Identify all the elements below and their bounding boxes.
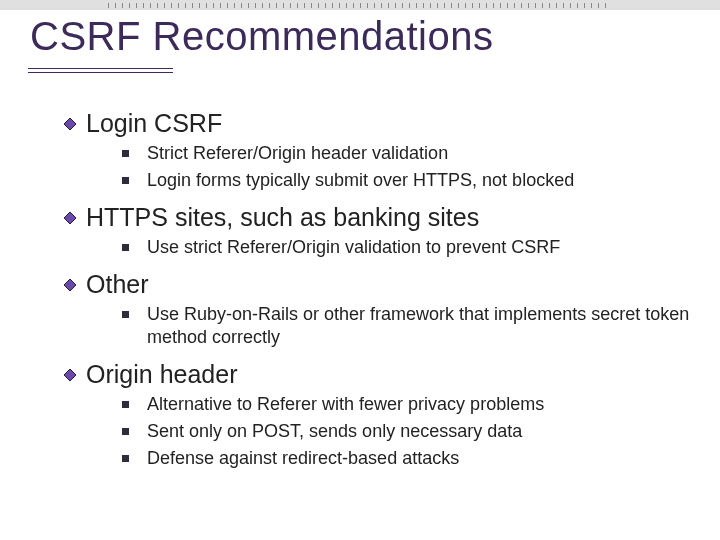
section-heading: Origin header	[86, 360, 237, 389]
bullet-level2: Alternative to Referer with fewer privac…	[122, 393, 690, 416]
bullet-level2: Login forms typically submit over HTTPS,…	[122, 169, 690, 192]
square-icon	[122, 177, 129, 184]
square-icon	[122, 244, 129, 251]
bullet-level1: HTTPS sites, such as banking sites	[64, 203, 690, 232]
diamond-icon	[64, 279, 76, 291]
diamond-icon	[64, 118, 76, 130]
bullet-text: Alternative to Referer with fewer privac…	[147, 393, 544, 416]
bullet-level2: Use Ruby-on-Rails or other framework tha…	[122, 303, 690, 349]
bullet-text: Use strict Referer/Origin validation to …	[147, 236, 560, 259]
bullet-level2: Sent only on POST, sends only necessary …	[122, 420, 690, 443]
square-icon	[122, 401, 129, 408]
svg-marker-0	[64, 118, 76, 130]
square-icon	[122, 311, 129, 318]
section-heading: Other	[86, 270, 149, 299]
bullet-level1: Other	[64, 270, 690, 299]
square-icon	[122, 428, 129, 435]
slide: CSRF Recommendations Login CSRF Strict R…	[0, 0, 720, 540]
slide-content: Login CSRF Strict Referer/Origin header …	[64, 106, 690, 472]
bullet-text: Strict Referer/Origin header validation	[147, 142, 448, 165]
diamond-icon	[64, 212, 76, 224]
square-icon	[122, 150, 129, 157]
bullet-text: Login forms typically submit over HTTPS,…	[147, 169, 574, 192]
square-icon	[122, 455, 129, 462]
diamond-icon	[64, 369, 76, 381]
ruler-marks	[108, 3, 612, 8]
title-underline	[28, 68, 173, 73]
section-heading: Login CSRF	[86, 109, 222, 138]
bullet-level2: Defense against redirect-based attacks	[122, 447, 690, 470]
bullet-level1: Origin header	[64, 360, 690, 389]
bullet-level2: Use strict Referer/Origin validation to …	[122, 236, 690, 259]
bullet-text: Sent only on POST, sends only necessary …	[147, 420, 522, 443]
top-ruler	[0, 0, 720, 10]
bullet-text: Use Ruby-on-Rails or other framework tha…	[147, 303, 690, 349]
section-heading: HTTPS sites, such as banking sites	[86, 203, 479, 232]
slide-title: CSRF Recommendations	[30, 14, 494, 59]
bullet-text: Defense against redirect-based attacks	[147, 447, 459, 470]
bullet-level1: Login CSRF	[64, 109, 690, 138]
svg-marker-2	[64, 279, 76, 291]
svg-marker-3	[64, 369, 76, 381]
svg-marker-1	[64, 212, 76, 224]
bullet-level2: Strict Referer/Origin header validation	[122, 142, 690, 165]
